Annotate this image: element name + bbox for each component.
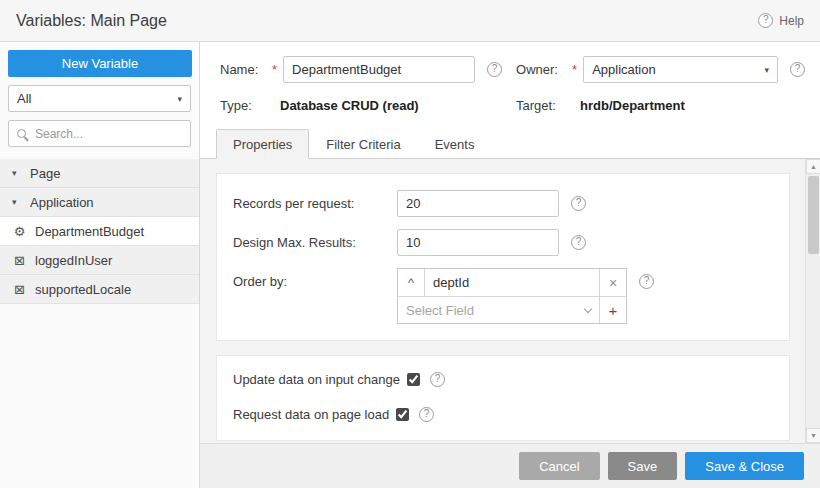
variable-filter-dropdown[interactable]: All ▾ xyxy=(8,85,191,112)
name-help-icon[interactable]: ? xyxy=(487,62,502,77)
tree-group-label: Application xyxy=(30,195,94,210)
variables-sidebar: New Variable All ▾ ▾ Page ▾ Application … xyxy=(0,42,200,488)
remove-field-button[interactable]: × xyxy=(599,269,626,296)
search-input[interactable] xyxy=(33,126,182,142)
help-label: Help xyxy=(779,14,804,28)
cancel-button[interactable]: Cancel xyxy=(519,452,599,480)
request-on-page-load-label: Request data on page load xyxy=(233,407,389,422)
required-marker: * xyxy=(272,62,277,77)
owner-select[interactable]: Application ▾ xyxy=(583,56,778,83)
filter-dropdown-value: All xyxy=(17,91,31,106)
order-by-help-icon[interactable]: ? xyxy=(639,274,654,289)
tree-item-departmentbudget[interactable]: ⚙ DepartmentBudget xyxy=(0,217,199,246)
behavior-card: Update data on input change ? Request da… xyxy=(216,355,790,441)
variable-editor: Name: * ? Owner: * Application ▾ ? Type:… xyxy=(200,42,820,488)
search-icon xyxy=(17,129,26,138)
order-by-label: Order by: xyxy=(233,268,397,295)
select-field-placeholder: Select Field xyxy=(406,303,474,318)
help-button[interactable]: ? Help xyxy=(758,13,804,28)
update-help-icon[interactable]: ? xyxy=(430,372,445,387)
tree-group-label: Page xyxy=(30,166,60,181)
tab-filter-criteria[interactable]: Filter Criteria xyxy=(309,129,417,159)
service-variable-icon: ⚙ xyxy=(12,224,27,239)
type-label: Type: xyxy=(220,98,270,113)
name-input[interactable] xyxy=(283,56,475,83)
expander-icon[interactable]: ▾ xyxy=(12,168,22,178)
target-label: Target: xyxy=(516,98,570,113)
tree-item-label: loggedInUser xyxy=(35,253,112,268)
move-up-button[interactable]: ^ xyxy=(398,269,425,296)
target-value: hrdb/Department xyxy=(580,98,685,113)
update-on-input-change-checkbox[interactable] xyxy=(407,373,420,386)
update-on-input-change-label: Update data on input change xyxy=(233,372,400,387)
expander-icon[interactable]: ▾ xyxy=(12,197,22,207)
tree-item-label: DepartmentBudget xyxy=(35,224,144,239)
tree-item-loggedinuser[interactable]: ⊠ loggedInUser xyxy=(0,246,199,275)
new-variable-button[interactable]: New Variable xyxy=(8,50,192,77)
chevron-down-icon: ▾ xyxy=(765,65,770,75)
help-icon: ? xyxy=(758,13,773,28)
scrollbar-thumb[interactable] xyxy=(808,176,819,254)
variable-search[interactable] xyxy=(8,120,191,147)
tree-group-page[interactable]: ▾ Page xyxy=(0,159,199,188)
variable-icon: ⊠ xyxy=(12,253,27,268)
name-label: Name: xyxy=(220,62,270,77)
scroll-down-icon[interactable]: ▼ xyxy=(806,428,820,443)
tree-group-application[interactable]: ▾ Application xyxy=(0,188,199,217)
order-by-group: ^ × Select Field + xyxy=(397,268,627,324)
chevron-down-icon: ▾ xyxy=(177,94,182,104)
design-max-results-input[interactable] xyxy=(397,229,559,256)
design-max-help-icon[interactable]: ? xyxy=(571,235,586,250)
variable-header-form: Name: * ? Owner: * Application ▾ ? Type:… xyxy=(200,42,820,113)
editor-tabs: Properties Filter Criteria Events xyxy=(200,129,820,159)
data-settings-card: Records per request: ? Design Max. Resul… xyxy=(216,173,790,341)
add-field-button[interactable]: + xyxy=(599,297,626,323)
records-help-icon[interactable]: ? xyxy=(571,196,586,211)
records-per-request-input[interactable] xyxy=(397,190,559,217)
action-bar: Cancel Save Save & Close xyxy=(200,443,820,488)
tab-events[interactable]: Events xyxy=(418,129,492,159)
dialog-header: Variables: Main Page ? Help xyxy=(0,0,820,42)
tree-item-label: supportedLocale xyxy=(35,282,131,297)
records-per-request-label: Records per request: xyxy=(233,190,397,217)
owner-select-value: Application xyxy=(592,62,656,77)
type-value: Database CRUD (read) xyxy=(280,98,419,113)
save-and-close-button[interactable]: Save & Close xyxy=(685,452,804,480)
page-title: Variables: Main Page xyxy=(16,12,167,30)
request-help-icon[interactable]: ? xyxy=(419,407,434,422)
owner-help-icon[interactable]: ? xyxy=(790,62,805,77)
tab-properties[interactable]: Properties xyxy=(216,129,309,159)
request-on-page-load-checkbox[interactable] xyxy=(396,408,409,421)
properties-panel: Records per request: ? Design Max. Resul… xyxy=(200,159,820,443)
variable-icon: ⊠ xyxy=(12,282,27,297)
required-marker: * xyxy=(572,62,577,77)
owner-label: Owner: xyxy=(516,62,570,77)
vertical-scrollbar[interactable]: ▲ ▼ xyxy=(805,159,820,443)
scroll-up-icon[interactable]: ▲ xyxy=(806,159,820,174)
select-field-dropdown[interactable]: Select Field xyxy=(398,297,599,323)
order-field-input[interactable] xyxy=(425,269,599,296)
tree-item-supportedlocale[interactable]: ⊠ supportedLocale xyxy=(0,275,199,304)
chevron-down-icon xyxy=(584,304,592,312)
save-button[interactable]: Save xyxy=(608,452,678,480)
design-max-results-label: Design Max. Results: xyxy=(233,229,397,256)
